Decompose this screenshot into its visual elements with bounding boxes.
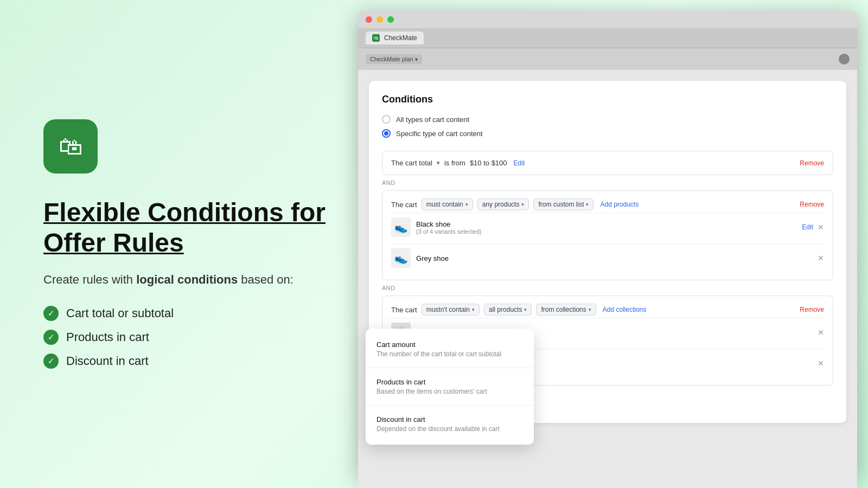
pill-arrow-4-icon: ▾ (472, 307, 475, 312)
dropdown-arrow-icon: ▾ (437, 159, 440, 166)
remove-btn-1[interactable]: Remove (800, 159, 824, 167)
pill-arrow-5-icon: ▾ (524, 307, 527, 312)
right-panel: 🛍 CheckMate CheckMate plan ▾ Conditions (358, 0, 868, 488)
from-custom-list-pill[interactable]: from custom list ▾ (533, 198, 593, 210)
add-collections-link[interactable]: Add collections (603, 306, 647, 313)
product-row-2: 👟 Grey shoe ✕ (391, 243, 824, 272)
browser-tabbar: 🛍 CheckMate (358, 28, 857, 48)
dropdown-item-title-3: Discount in cart (376, 415, 523, 423)
user-avatar (839, 54, 850, 65)
dropdown-item-discount-in-cart[interactable]: Discount in cart Depended on the discoun… (366, 408, 534, 440)
condition-1-header: The cart total ▾ is from $10 to $100 Edi… (391, 159, 824, 167)
edit-product-1[interactable]: Edit (802, 223, 813, 231)
breadcrumb-label: CheckMate plan (370, 56, 413, 62)
condition-block-2: The cart must contain ▾ any products ▾ f… (382, 190, 833, 280)
left-panel: 🛍 Flexible Conditions for Offer Rules Cr… (0, 0, 358, 488)
breadcrumb: CheckMate plan ▾ (366, 54, 422, 64)
all-products-label: all products (489, 306, 522, 313)
all-products-pill[interactable]: all products ▾ (484, 304, 532, 316)
logo-icon: 🛍 (59, 133, 82, 160)
edit-link-1[interactable]: Edit (514, 159, 525, 167)
list-item-3: ✓ Discount in cart (43, 354, 326, 369)
add-products-link[interactable]: Add products (600, 201, 639, 208)
tl-close[interactable] (366, 16, 372, 23)
remove-collection-1[interactable]: ✕ (818, 328, 824, 337)
remove-btn-3[interactable]: Remove (800, 306, 824, 313)
shoe-icon-1: 👟 (394, 221, 408, 234)
subtitle: Create rules with logical conditions bas… (43, 271, 326, 288)
check-icon-1: ✓ (43, 306, 59, 321)
product-thumb-1: 👟 (391, 217, 411, 237)
and-label-2: AND (382, 285, 833, 291)
list-item-label-2: Products in cart (66, 330, 149, 344)
dropdown-item-cart-amount[interactable]: Cart amount The number of the cart total… (366, 333, 534, 365)
list-item-2: ✓ Products in cart (43, 330, 326, 345)
main-title: Flexible Conditions for Offer Rules (43, 197, 326, 257)
tl-minimize[interactable] (376, 16, 383, 23)
dropdown-item-title-2: Products in cart (376, 378, 523, 386)
feature-list: ✓ Cart total or subtotal ✓ Products in c… (43, 306, 326, 369)
product-actions-2: ✕ (818, 254, 824, 262)
pill-arrow-3-icon: ▾ (586, 202, 589, 207)
check-icon-2: ✓ (43, 330, 59, 345)
breadcrumb-dropdown[interactable]: CheckMate plan ▾ (366, 54, 422, 64)
remove-product-1[interactable]: ✕ (818, 223, 824, 232)
radio-specific-label: Specific type of cart content (396, 130, 483, 138)
chevron-down-icon: ▾ (415, 56, 418, 62)
collection-actions-2: ✕ (818, 359, 824, 368)
dropdown-item-title-1: Cart amount (376, 341, 523, 349)
dropdown-item-desc-3: Depended on the discount available in ca… (376, 425, 523, 433)
product-name-1: Black shoe (416, 220, 481, 228)
remove-product-2[interactable]: ✕ (818, 254, 824, 262)
product-name-2: Grey shoe (416, 254, 449, 262)
radio-all-circle (382, 115, 391, 124)
any-products-label: any products (482, 201, 520, 208)
mustnt-contain-pill[interactable]: mustn't contain ▾ (422, 304, 480, 316)
tab-favicon: 🛍 (372, 34, 380, 42)
must-contain-pill[interactable]: must contain ▾ (422, 198, 473, 210)
app-logo: 🛍 (43, 119, 98, 174)
from-collections-label: from collections (541, 306, 586, 313)
must-contain-label: must contain (426, 201, 463, 208)
product-variants-1: (3 of 4 variants selected) (416, 228, 481, 235)
any-products-pill[interactable]: any products ▾ (477, 198, 529, 210)
list-item-label-3: Discount in cart (66, 354, 149, 368)
shoe-icon-2: 👟 (394, 252, 408, 265)
condition-2-header: The cart must contain ▾ any products ▾ f… (391, 198, 824, 210)
mustnt-contain-label: mustn't contain (426, 306, 470, 313)
browser-navbar: CheckMate plan ▾ (358, 48, 857, 70)
dropdown-item-desc-2: Based on the items on customers' cart (376, 388, 523, 395)
tab-label: CheckMate (384, 34, 417, 42)
radio-specific[interactable]: Specific type of cart content (382, 129, 833, 138)
cart-label-2: The cart (391, 201, 417, 209)
from-collections-pill[interactable]: from collections ▾ (536, 304, 596, 316)
conditions-title: Conditions (382, 94, 833, 105)
pill-arrow-2-icon: ▾ (521, 202, 524, 207)
tl-maximize[interactable] (387, 16, 394, 23)
check-icon-3: ✓ (43, 354, 59, 369)
pill-arrow-6-icon: ▾ (589, 307, 591, 312)
list-item-1: ✓ Cart total or subtotal (43, 306, 326, 321)
and-label-1: AND (382, 179, 833, 186)
list-item-label-1: Cart total or subtotal (66, 306, 174, 320)
collection-actions-1: ✕ (818, 328, 824, 337)
add-condition-dropdown: Cart amount The number of the cart total… (366, 329, 534, 445)
radio-specific-circle (382, 129, 391, 138)
from-list-label: from custom list (538, 201, 584, 208)
subtitle-start: Create rules with (43, 273, 136, 286)
browser-tab-checkmate[interactable]: 🛍 CheckMate (366, 31, 424, 44)
condition-block-1: The cart total ▾ is from $10 to $100 Edi… (382, 151, 833, 175)
radio-group: All types of cart content Specific type … (382, 115, 833, 138)
product-row-1: 👟 Black shoe (3 of 4 variants selected) … (391, 213, 824, 241)
subtitle-end: based on: (238, 273, 293, 286)
radio-all-types[interactable]: All types of cart content (382, 115, 833, 124)
product-actions-1: Edit ✕ (800, 223, 824, 232)
condition-3-header: The cart mustn't contain ▾ all products … (391, 304, 824, 316)
remove-btn-2[interactable]: Remove (800, 201, 824, 208)
remove-collection-2[interactable]: ✕ (818, 359, 824, 368)
browser-titlebar (358, 11, 857, 28)
main-content: Conditions All types of cart content Spe… (358, 70, 857, 488)
dropdown-item-products-in-cart[interactable]: Products in cart Based on the items on c… (366, 370, 534, 403)
product-info-1: Black shoe (3 of 4 variants selected) (416, 220, 481, 235)
product-info-2: Grey shoe (416, 254, 449, 262)
